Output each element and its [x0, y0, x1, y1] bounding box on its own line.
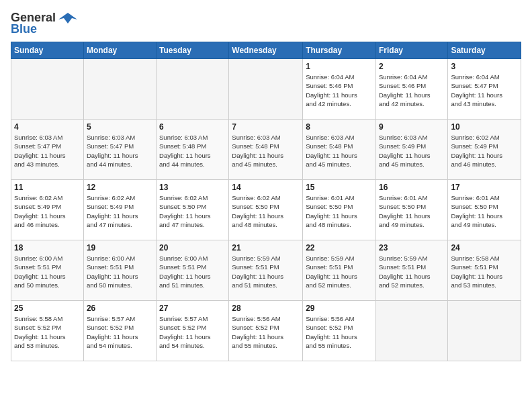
calendar-week-1: 1Sunrise: 6:04 AM Sunset: 5:46 PM Daylig…: [11, 59, 521, 120]
day-number: 4: [14, 122, 81, 132]
day-number: 1: [306, 62, 373, 71]
day-info: Sunrise: 6:01 AM Sunset: 5:50 PM Dayligh…: [379, 193, 445, 229]
day-info: Sunrise: 5:56 AM Sunset: 5:52 PM Dayligh…: [306, 314, 373, 350]
calendar-cell: 27Sunrise: 5:57 AM Sunset: 5:52 PM Dayli…: [157, 301, 229, 361]
day-info: Sunrise: 6:02 AM Sunset: 5:49 PM Dayligh…: [451, 133, 518, 169]
calendar-cell: 6Sunrise: 6:03 AM Sunset: 5:48 PM Daylig…: [157, 120, 229, 180]
day-number: 15: [306, 183, 373, 192]
day-number: 24: [451, 243, 518, 253]
logo-blue-text: Blue: [11, 22, 37, 36]
calendar-cell: 29Sunrise: 5:56 AM Sunset: 5:52 PM Dayli…: [303, 301, 376, 361]
weekday-header-friday: Friday: [375, 42, 447, 59]
calendar-week-4: 18Sunrise: 6:00 AM Sunset: 5:51 PM Dayli…: [11, 240, 521, 301]
calendar-week-3: 11Sunrise: 6:02 AM Sunset: 5:49 PM Dayli…: [11, 180, 521, 240]
day-number: 22: [306, 243, 373, 253]
calendar-cell: 8Sunrise: 6:03 AM Sunset: 5:48 PM Daylig…: [303, 120, 376, 180]
day-number: 14: [232, 183, 300, 192]
calendar-cell: 28Sunrise: 5:56 AM Sunset: 5:52 PM Dayli…: [229, 301, 303, 361]
calendar-cell: [375, 301, 447, 361]
day-number: 6: [159, 122, 226, 132]
calendar-cell: [448, 301, 521, 361]
day-number: 25: [14, 304, 81, 313]
calendar-cell: 21Sunrise: 5:59 AM Sunset: 5:51 PM Dayli…: [229, 240, 303, 301]
calendar-cell: 20Sunrise: 6:00 AM Sunset: 5:51 PM Dayli…: [157, 240, 229, 301]
calendar-cell: 16Sunrise: 6:01 AM Sunset: 5:50 PM Dayli…: [375, 180, 447, 240]
day-number: 16: [379, 183, 445, 192]
calendar-cell: 11Sunrise: 6:02 AM Sunset: 5:49 PM Dayli…: [11, 180, 84, 240]
day-number: 3: [451, 62, 518, 71]
day-number: 18: [14, 243, 81, 253]
day-info: Sunrise: 5:57 AM Sunset: 5:52 PM Dayligh…: [159, 314, 226, 350]
calendar-cell: [157, 59, 229, 120]
day-info: Sunrise: 5:58 AM Sunset: 5:52 PM Dayligh…: [14, 314, 81, 350]
calendar-cell: 23Sunrise: 5:59 AM Sunset: 5:51 PM Dayli…: [375, 240, 447, 301]
calendar-cell: 24Sunrise: 5:58 AM Sunset: 5:51 PM Dayli…: [448, 240, 521, 301]
calendar-week-2: 4Sunrise: 6:03 AM Sunset: 5:47 PM Daylig…: [11, 120, 521, 180]
day-number: 20: [159, 243, 226, 253]
day-info: Sunrise: 6:03 AM Sunset: 5:48 PM Dayligh…: [232, 133, 300, 169]
calendar-cell: 14Sunrise: 6:02 AM Sunset: 5:50 PM Dayli…: [229, 180, 303, 240]
logo: General Blue: [11, 11, 77, 36]
calendar-cell: 12Sunrise: 6:02 AM Sunset: 5:49 PM Dayli…: [83, 180, 156, 240]
calendar-cell: [229, 59, 303, 120]
day-info: Sunrise: 6:00 AM Sunset: 5:51 PM Dayligh…: [159, 254, 226, 289]
calendar-cell: 25Sunrise: 5:58 AM Sunset: 5:52 PM Dayli…: [11, 301, 84, 361]
calendar-cell: [83, 59, 156, 120]
weekday-header-wednesday: Wednesday: [229, 42, 303, 59]
calendar-table: SundayMondayTuesdayWednesdayThursdayFrid…: [11, 42, 521, 361]
weekday-header-sunday: Sunday: [11, 42, 84, 59]
day-info: Sunrise: 5:59 AM Sunset: 5:51 PM Dayligh…: [379, 254, 445, 289]
day-info: Sunrise: 5:57 AM Sunset: 5:52 PM Dayligh…: [87, 314, 153, 350]
day-number: 21: [232, 243, 300, 253]
day-info: Sunrise: 6:04 AM Sunset: 5:46 PM Dayligh…: [306, 73, 373, 108]
calendar-cell: 2Sunrise: 6:04 AM Sunset: 5:46 PM Daylig…: [375, 59, 447, 120]
day-info: Sunrise: 6:03 AM Sunset: 5:48 PM Dayligh…: [306, 133, 373, 169]
weekday-header-monday: Monday: [83, 42, 156, 59]
day-info: Sunrise: 6:04 AM Sunset: 5:47 PM Dayligh…: [451, 73, 518, 108]
day-number: 23: [379, 243, 445, 253]
calendar-week-5: 25Sunrise: 5:58 AM Sunset: 5:52 PM Dayli…: [11, 301, 521, 361]
day-number: 8: [306, 122, 373, 132]
calendar-cell: 15Sunrise: 6:01 AM Sunset: 5:50 PM Dayli…: [303, 180, 376, 240]
day-number: 7: [232, 122, 300, 132]
day-info: Sunrise: 6:02 AM Sunset: 5:50 PM Dayligh…: [159, 193, 226, 229]
calendar-cell: 9Sunrise: 6:03 AM Sunset: 5:49 PM Daylig…: [375, 120, 447, 180]
calendar-cell: 7Sunrise: 6:03 AM Sunset: 5:48 PM Daylig…: [229, 120, 303, 180]
weekday-header-saturday: Saturday: [448, 42, 521, 59]
day-info: Sunrise: 6:04 AM Sunset: 5:46 PM Dayligh…: [379, 73, 445, 108]
day-number: 12: [87, 183, 153, 192]
day-number: 17: [451, 183, 518, 192]
day-number: 26: [87, 304, 153, 313]
day-info: Sunrise: 6:00 AM Sunset: 5:51 PM Dayligh…: [14, 254, 81, 289]
day-info: Sunrise: 6:00 AM Sunset: 5:51 PM Dayligh…: [87, 254, 153, 289]
day-number: 5: [87, 122, 153, 132]
day-info: Sunrise: 6:01 AM Sunset: 5:50 PM Dayligh…: [451, 193, 518, 229]
day-info: Sunrise: 6:01 AM Sunset: 5:50 PM Dayligh…: [306, 193, 373, 229]
calendar-cell: 17Sunrise: 6:01 AM Sunset: 5:50 PM Dayli…: [448, 180, 521, 240]
day-number: 11: [14, 183, 81, 192]
header: General Blue: [11, 11, 521, 36]
day-number: 19: [87, 243, 153, 253]
calendar-cell: [11, 59, 84, 120]
day-number: 28: [232, 304, 300, 313]
calendar-cell: 3Sunrise: 6:04 AM Sunset: 5:47 PM Daylig…: [448, 59, 521, 120]
calendar-cell: 10Sunrise: 6:02 AM Sunset: 5:49 PM Dayli…: [448, 120, 521, 180]
weekday-header-thursday: Thursday: [303, 42, 376, 59]
day-info: Sunrise: 6:02 AM Sunset: 5:49 PM Dayligh…: [87, 193, 153, 229]
day-info: Sunrise: 5:58 AM Sunset: 5:51 PM Dayligh…: [451, 254, 518, 289]
day-info: Sunrise: 6:03 AM Sunset: 5:47 PM Dayligh…: [14, 133, 81, 169]
day-number: 27: [159, 304, 226, 313]
calendar-cell: 4Sunrise: 6:03 AM Sunset: 5:47 PM Daylig…: [11, 120, 84, 180]
calendar-cell: 26Sunrise: 5:57 AM Sunset: 5:52 PM Dayli…: [83, 301, 156, 361]
calendar-cell: 22Sunrise: 5:59 AM Sunset: 5:51 PM Dayli…: [303, 240, 376, 301]
calendar-cell: 5Sunrise: 6:03 AM Sunset: 5:47 PM Daylig…: [83, 120, 156, 180]
weekday-header-tuesday: Tuesday: [157, 42, 229, 59]
day-info: Sunrise: 6:03 AM Sunset: 5:49 PM Dayligh…: [379, 133, 445, 169]
logo-bird-icon: [58, 11, 77, 25]
day-info: Sunrise: 5:59 AM Sunset: 5:51 PM Dayligh…: [232, 254, 300, 289]
day-info: Sunrise: 5:59 AM Sunset: 5:51 PM Dayligh…: [306, 254, 373, 289]
day-info: Sunrise: 6:02 AM Sunset: 5:49 PM Dayligh…: [14, 193, 81, 229]
day-info: Sunrise: 6:03 AM Sunset: 5:48 PM Dayligh…: [159, 133, 226, 169]
calendar-cell: 19Sunrise: 6:00 AM Sunset: 5:51 PM Dayli…: [83, 240, 156, 301]
day-number: 13: [159, 183, 226, 192]
